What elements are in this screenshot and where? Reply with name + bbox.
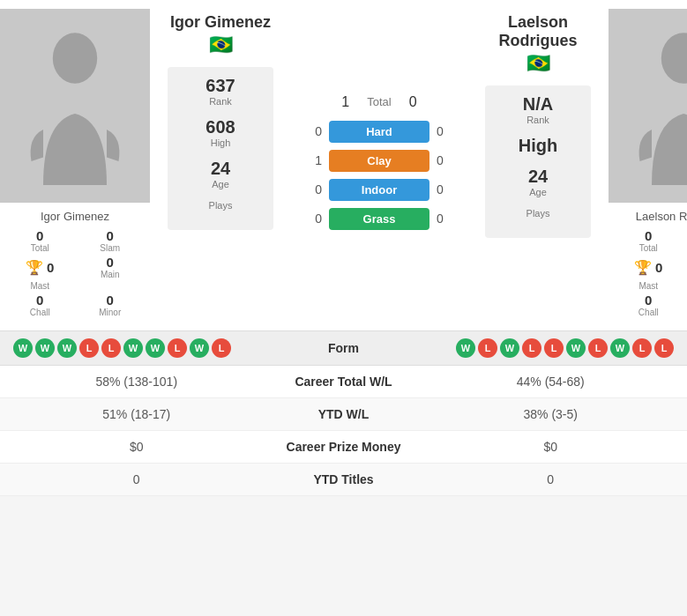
left-player-photo [0, 9, 150, 203]
surface-right-score-2: 0 [437, 182, 463, 197]
stats-row-0: 58% (138-101) Career Total W/L 44% (54-6… [0, 366, 687, 398]
surface-right-score-0: 0 [437, 124, 463, 138]
surface-right-score-3: 0 [437, 212, 463, 226]
left-flag: 🇧🇷 [207, 36, 234, 54]
total-right-score: 0 [409, 94, 417, 110]
surface-row-grass: 0 Grass 0 [295, 208, 463, 230]
right-chall-lbl: Chall [616, 308, 682, 317]
left-total-val: 0 [7, 228, 73, 243]
left-plays-lbl: Plays [209, 200, 233, 211]
right-chall-val: 0 [616, 293, 682, 308]
stats-left-3: 0 [18, 472, 256, 486]
form-badge-1: L [478, 338, 497, 358]
right-age-val: 24 [528, 167, 548, 187]
svg-point-1 [661, 33, 687, 84]
form-badge-3: L [522, 338, 541, 358]
surfaces-section: 1 Total 0 0 Hard 0 1 Clay 0 0 Indoor 0 0… [291, 9, 467, 322]
left-trophy-icon: 🏆 [26, 259, 43, 276]
right-age-lbl: Age [528, 187, 548, 197]
right-mast-lbl: Mast [616, 281, 682, 291]
left-main-val: 0 [78, 255, 144, 270]
right-player-wrapper: Laelson Rodrigues 0Total 0Slam 🏆0 0Main … [609, 9, 687, 322]
surface-left-score-0: 0 [295, 124, 322, 138]
surface-btn-hard[interactable]: Hard [329, 121, 429, 143]
stats-left-2: $0 [18, 440, 256, 454]
form-badge-2: W [57, 338, 77, 358]
left-age-block: 24 Age [211, 159, 230, 189]
stats-left-1: 51% (18-17) [18, 407, 256, 421]
right-trophy-icon: 🏆 [634, 259, 652, 276]
right-player-info: Laelson Rodrigues 🇧🇷 N/A Rank High 24 Ag… [467, 9, 609, 322]
total-row: 1 Total 0 [295, 94, 463, 110]
left-player-stats-below: Igor Gimenez 0Total 0Slam 🏆0 0Main Mast … [0, 203, 150, 322]
right-rank-block: N/A Rank [523, 94, 553, 125]
form-badge-4: L [101, 338, 121, 358]
right-high-val: High [519, 136, 557, 156]
left-rank-lbl: Rank [205, 96, 235, 107]
left-age-val: 24 [211, 159, 230, 179]
surface-btn-indoor[interactable]: Indoor [329, 179, 429, 201]
surface-left-score-1: 1 [295, 153, 322, 167]
form-badge-7: W [610, 338, 630, 358]
right-player-photo [609, 9, 687, 203]
stats-center-1: YTD W/L [256, 407, 432, 421]
form-badge-9: L [654, 338, 674, 358]
total-label: Total [367, 95, 391, 108]
left-player-name-below: Igor Gimenez [7, 210, 143, 223]
left-total-lbl: Total [7, 243, 73, 253]
form-badge-7: L [168, 338, 187, 358]
right-flag: 🇧🇷 [525, 55, 551, 72]
left-main-lbl: Main [78, 270, 144, 279]
stats-right-0: 44% (54-68) [432, 375, 670, 389]
stats-row-1: 51% (18-17) YTD W/L 38% (3-5) [0, 398, 687, 431]
form-badge-9: L [212, 338, 231, 358]
left-chall-lbl: Chall [7, 308, 73, 317]
left-rank-block: 637 Rank [205, 76, 235, 107]
left-form-badges: WWWLLWWLWL [13, 338, 231, 358]
left-slam-val: 0 [78, 228, 144, 243]
stats-rows: 58% (138-101) Career Total W/L 44% (54-6… [0, 366, 687, 496]
form-section: WWWLLWWLWL Form WLWLLWLWLL [0, 331, 687, 366]
left-player-wrapper: Igor Gimenez 0Total 0Slam 🏆0 0Main Mast … [0, 9, 150, 322]
left-chall-val: 0 [7, 293, 73, 308]
right-rank-val: N/A [523, 94, 553, 115]
main-container: Igor Gimenez 0Total 0Slam 🏆0 0Main Mast … [0, 0, 687, 496]
stats-row-2: $0 Career Prize Money $0 [0, 431, 687, 464]
surface-btn-clay[interactable]: Clay [329, 150, 429, 172]
total-left-score: 1 [341, 94, 349, 110]
left-center-stats: 637 Rank 608 High 24 Age Plays [168, 67, 273, 230]
right-mast-val: 0 [655, 260, 662, 275]
right-player-stats-below: Laelson Rodrigues 0Total 0Slam 🏆0 0Main … [609, 203, 687, 322]
stats-left-0: 58% (138-101) [18, 375, 256, 389]
surface-btn-grass[interactable]: Grass [329, 208, 429, 230]
surface-row-hard: 0 Hard 0 [295, 121, 463, 143]
form-badge-4: L [544, 338, 564, 358]
stats-right-3: 0 [432, 472, 670, 486]
left-age-lbl: Age [211, 179, 230, 189]
form-badge-0: W [13, 338, 33, 358]
svg-point-0 [53, 33, 97, 84]
left-player-info: Igor Gimenez 🇧🇷 637 Rank 608 High 24 Age… [150, 9, 291, 322]
left-mast-val: 0 [47, 260, 54, 275]
left-high-lbl: High [205, 137, 235, 148]
left-rank-val: 637 [205, 76, 235, 96]
form-badge-0: W [456, 338, 475, 358]
left-minor-val: 0 [78, 293, 144, 308]
right-plays-lbl: Plays [526, 208, 550, 219]
right-age-block: 24 Age [528, 167, 548, 197]
right-rank-lbl: Rank [523, 115, 553, 125]
right-plays-block: Plays [526, 208, 550, 219]
surface-right-score-1: 0 [437, 153, 463, 167]
left-slam-lbl: Slam [78, 243, 144, 253]
top-section: Igor Gimenez 0Total 0Slam 🏆0 0Main Mast … [0, 0, 687, 331]
stats-right-2: $0 [432, 440, 670, 454]
left-mast-lbl: Mast [7, 281, 73, 291]
right-form-badges: WLWLLWLWLL [456, 338, 674, 358]
form-label: Form [328, 341, 359, 355]
surface-left-score-3: 0 [295, 212, 322, 226]
right-total-val: 0 [616, 228, 682, 243]
surface-left-score-2: 0 [295, 182, 322, 197]
right-player-name: Laelson Rodrigues [476, 13, 600, 50]
form-badge-6: W [146, 338, 165, 358]
right-center-stats: N/A Rank High 24 Age Plays [485, 85, 591, 238]
